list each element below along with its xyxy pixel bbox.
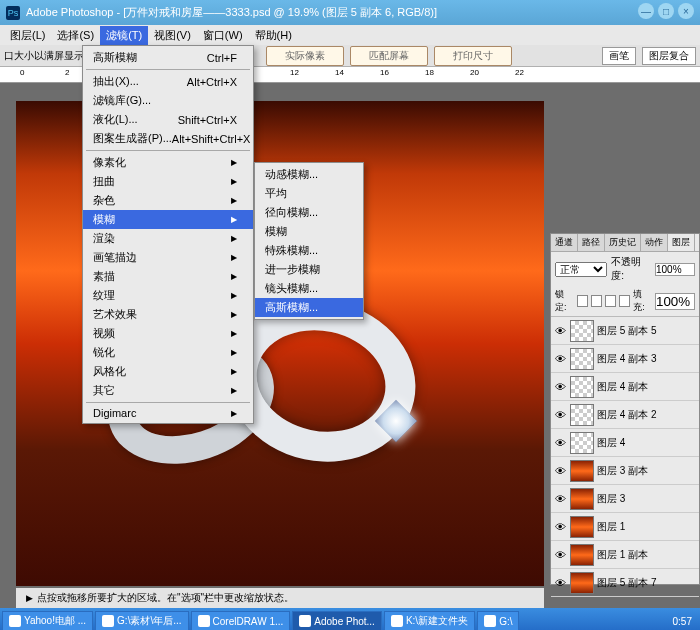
menu-item[interactable]: 锐化	[83, 343, 253, 362]
submenu-item[interactable]: 特殊模糊...	[255, 241, 363, 260]
app-icon	[299, 615, 311, 627]
menu-item[interactable]: 液化(L)...Shift+Ctrl+X	[83, 110, 253, 129]
maximize-button[interactable]: □	[658, 3, 674, 19]
menu-0[interactable]: 图层(L)	[4, 26, 51, 45]
lock-label: 锁定:	[555, 288, 574, 314]
layer-thumbnail	[570, 404, 594, 426]
menu-item[interactable]: Digimarc	[83, 405, 253, 421]
taskbar-item[interactable]: K:\新建文件夹	[384, 611, 475, 630]
layer-row[interactable]: 👁图层 4 副本 3	[551, 345, 699, 373]
app-icon	[391, 615, 403, 627]
lock-transparent-icon[interactable]	[577, 295, 588, 307]
submenu-item[interactable]: 模糊	[255, 222, 363, 241]
layer-name-label: 图层 1	[597, 520, 625, 534]
lock-pixels-icon[interactable]	[591, 295, 602, 307]
layer-row[interactable]: 👁图层 5 副本 7	[551, 569, 699, 597]
ruler-mark: 22	[515, 68, 524, 77]
submenu-item[interactable]: 进一步模糊	[255, 260, 363, 279]
panel-tab[interactable]: 路径	[578, 234, 605, 251]
minimize-button[interactable]: —	[638, 3, 654, 19]
menu-item[interactable]: 视频	[83, 324, 253, 343]
submenu-item[interactable]: 动感模糊...	[255, 165, 363, 184]
fill-label: 填充:	[633, 288, 652, 314]
layer-name-label: 图层 3	[597, 492, 625, 506]
lock-all-icon[interactable]	[619, 295, 630, 307]
brush-dropdown[interactable]: 画笔	[602, 47, 636, 65]
visibility-icon[interactable]: 👁	[553, 577, 567, 589]
layer-row[interactable]: 👁图层 1 副本	[551, 541, 699, 569]
menu-item[interactable]: 素描	[83, 267, 253, 286]
menu-1[interactable]: 选择(S)	[51, 26, 100, 45]
lock-position-icon[interactable]	[605, 295, 616, 307]
visibility-icon[interactable]: 👁	[553, 437, 567, 449]
menu-item[interactable]: 画笔描边	[83, 248, 253, 267]
menu-item[interactable]: 其它	[83, 381, 253, 400]
layer-row[interactable]: 👁图层 1	[551, 513, 699, 541]
ruler-mark: 2	[65, 68, 69, 77]
opacity-input[interactable]	[655, 263, 695, 276]
menu-item[interactable]: 模糊	[83, 210, 253, 229]
menu-item[interactable]: 艺术效果	[83, 305, 253, 324]
menu-item[interactable]: 高斯模糊Ctrl+F	[83, 48, 253, 67]
visibility-icon[interactable]: 👁	[553, 493, 567, 505]
layer-row[interactable]: 👁图层 4 副本	[551, 373, 699, 401]
menu-item[interactable]: 纹理	[83, 286, 253, 305]
panel-tab[interactable]: 历史记	[605, 234, 641, 251]
visibility-icon[interactable]: 👁	[553, 549, 567, 561]
taskbar-item[interactable]: G:\	[477, 611, 519, 630]
fill-input[interactable]	[655, 293, 695, 310]
layer-row[interactable]: 👁图层 4 副本 2	[551, 401, 699, 429]
layer-thumbnail	[570, 460, 594, 482]
taskbar-item[interactable]: Yahoo!电邮 ...	[2, 611, 93, 630]
layer-row[interactable]: 👁图层 5 副本 5	[551, 317, 699, 345]
submenu-item[interactable]: 平均	[255, 184, 363, 203]
menu-item[interactable]: 渲染	[83, 229, 253, 248]
layer-comp-dropdown[interactable]: 图层复合	[642, 47, 696, 65]
taskbar-item[interactable]: CorelDRAW 1...	[191, 611, 291, 630]
menu-item[interactable]: 像素化	[83, 153, 253, 172]
visibility-icon[interactable]: 👁	[553, 409, 567, 421]
menu-item[interactable]: 扭曲	[83, 172, 253, 191]
print-size-button[interactable]: 打印尺寸	[434, 46, 512, 66]
layer-row[interactable]: 👁图层 3	[551, 485, 699, 513]
layer-name-label: 图层 3 副本	[597, 464, 648, 478]
visibility-icon[interactable]: 👁	[553, 381, 567, 393]
menu-3[interactable]: 视图(V)	[148, 26, 197, 45]
layer-thumbnail	[570, 376, 594, 398]
taskbar-item[interactable]: Adobe Phot...	[292, 611, 382, 630]
layer-thumbnail	[570, 572, 594, 594]
layer-row[interactable]: 👁图层 3 副本	[551, 457, 699, 485]
window-title: Adobe Photoshop - [万件对戒和房屋——3333.psd @ 1…	[26, 5, 437, 20]
fit-screen-button[interactable]: 匹配屏幕	[350, 46, 428, 66]
menu-4[interactable]: 窗口(W)	[197, 26, 249, 45]
menu-item[interactable]: 滤镜库(G)...	[83, 91, 253, 110]
visibility-icon[interactable]: 👁	[553, 521, 567, 533]
visibility-icon[interactable]: 👁	[553, 353, 567, 365]
menu-item[interactable]: 风格化	[83, 362, 253, 381]
ruler-mark: 18	[425, 68, 434, 77]
menu-item[interactable]: 抽出(X)...Alt+Ctrl+X	[83, 72, 253, 91]
menu-item[interactable]: 杂色	[83, 191, 253, 210]
layer-name-label: 图层 4 副本 2	[597, 408, 656, 422]
fit-label: 口大小以满屏显示	[4, 49, 84, 63]
menu-item[interactable]: 图案生成器(P)...Alt+Shift+Ctrl+X	[83, 129, 253, 148]
visibility-icon[interactable]: 👁	[553, 465, 567, 477]
actual-pixels-button[interactable]: 实际像素	[266, 46, 344, 66]
close-button[interactable]: ×	[678, 3, 694, 19]
taskbar-item[interactable]: G:\素材\年后...	[95, 611, 188, 630]
panel-tab[interactable]: 通道	[551, 234, 578, 251]
layer-thumbnail	[570, 516, 594, 538]
submenu-item[interactable]: 镜头模糊...	[255, 279, 363, 298]
blend-mode-select[interactable]: 正常	[555, 262, 607, 277]
layer-row[interactable]: 👁图层 4	[551, 429, 699, 457]
visibility-icon[interactable]: 👁	[553, 325, 567, 337]
submenu-item[interactable]: 高斯模糊...	[255, 298, 363, 317]
submenu-item[interactable]: 径向模糊...	[255, 203, 363, 222]
ruler-mark: 0	[20, 68, 24, 77]
panel-tab[interactable]: 图层	[668, 234, 695, 251]
layer-thumbnail	[570, 348, 594, 370]
menu-2[interactable]: 滤镜(T)	[100, 26, 148, 45]
menu-5[interactable]: 帮助(H)	[249, 26, 298, 45]
blur-submenu: 动感模糊...平均径向模糊...模糊特殊模糊...进一步模糊镜头模糊...高斯模…	[254, 162, 364, 320]
panel-tab[interactable]: 动作	[641, 234, 668, 251]
